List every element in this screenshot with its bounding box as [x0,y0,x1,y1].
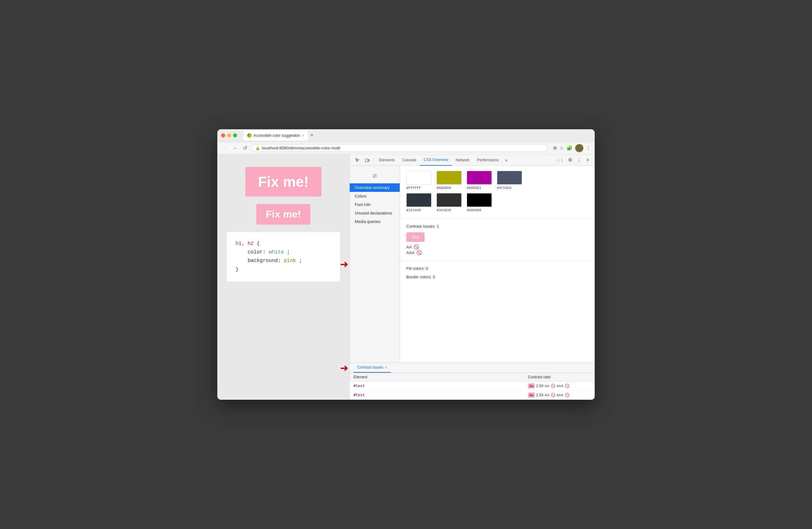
aaa-label: AAA [406,251,415,255]
aa-label: AA [406,245,412,249]
element-name-1: #text [353,384,528,388]
aaa-text-2: AAA [557,393,564,397]
sidebar-item-colors[interactable]: Colors [350,192,400,200]
fill-colors-title: Fill colors: 0 [406,266,589,271]
tab-close-button[interactable]: × [302,134,304,138]
warning-icon: ⚠ [556,158,560,162]
devtools-header: Elements Console CSS Overview Network Pe… [350,154,595,166]
color-swatch-ffffff: #FFFFFF [406,171,432,190]
swatch-2e3440[interactable] [406,193,432,207]
ratio-value-1: 1.54 [536,384,543,388]
aaa-no-icon-2: 🚫 [565,393,569,397]
minimize-traffic-light[interactable] [227,133,231,138]
browser-tab[interactable]: Accessible color suggestion × [243,130,308,141]
color-label-000000: #000000 [467,208,481,212]
webpage-area: Fix me! Fix me! h1, h2 { color: white ; … [217,154,349,400]
bottom-panel: Contrast issues × Element Contrast ratio… [350,362,595,400]
column-header-element: Element [353,375,528,379]
aa-no-icon-1: 🚫 [551,384,555,388]
bottom-tab-contrast-issues[interactable]: Contrast issues × [353,363,391,373]
contrast-section: Contrast issues: 1 Text AA 🚫 AAA 🚫 [400,219,595,261]
fix-me-box-large: Fix me! [245,167,321,197]
devtools-body: ⊘ Overview summary Colors Font info Unus… [350,166,595,362]
sidebar-item-overview-summary[interactable]: Overview summary [350,183,400,192]
color-label-ad00a1: #AD00A1 [467,186,481,190]
swatch-4c566a[interactable] [497,171,522,185]
color-label-303030: #303030 [436,208,451,212]
refresh-button[interactable]: ↺ [241,145,249,151]
bottom-tabs: Contrast issues × [350,363,595,373]
devtools-settings-button[interactable]: ⚙ [566,156,575,165]
browser-window: Accessible color suggestion × + ← → ↺ 🔒 … [217,129,595,400]
bottom-tab-label: Contrast issues [357,365,383,370]
new-tab-button[interactable]: + [310,132,314,139]
address-input[interactable]: 🔒 localhost:8080/demo/accessible-color-m… [251,144,548,152]
traffic-lights [221,133,237,138]
swatch-ffffff[interactable] [406,171,432,185]
color-swatches-row-2: #2E3440 #303030 #000000 [406,193,589,212]
back-button[interactable]: ← [221,145,229,151]
title-bar: Accessible color suggestion × + [217,129,595,142]
extensions-icon[interactable]: 🧩 [566,145,573,151]
no-entry-icon: ⊘ [370,171,380,181]
inspect-element-button[interactable] [352,155,362,165]
color-swatch-ad00a1: #AD00A1 [467,171,492,190]
border-colors-title: Border colors: 0 [406,274,589,279]
color-swatch-000000: #000000 [467,193,492,212]
aa-text-1: AA [545,384,549,388]
sidebar-item-font-info[interactable]: Font info [350,200,400,209]
tab-performance[interactable]: Performance [473,154,503,166]
maximize-traffic-light[interactable] [233,133,237,138]
color-swatch-4c566a: #4C566A [497,171,522,190]
tab-console[interactable]: Console [398,154,420,166]
tab-bar: Accessible color suggestion × + [243,130,591,141]
fix-me-text-large: Fix me! [258,174,308,190]
table-row-1[interactable]: #text Aa 1.54 AA 🚫 AAA 🚫 [350,382,595,391]
swatch-000000[interactable] [467,193,492,207]
main-content: Fix me! Fix me! h1, h2 { color: white ; … [217,154,595,400]
aaa-row: AAA 🚫 [406,250,589,255]
svg-rect-0 [365,159,368,162]
colors-section: #FFFFFF #ABA800 #AD00A1 [400,166,595,219]
devtools-close-button[interactable]: × [583,156,592,165]
tab-elements[interactable]: Elements [375,154,398,166]
css-sidebar: ⊘ Overview summary Colors Font info Unus… [350,166,400,362]
contrast-issues-title: Contrast issues: 1 [406,224,589,229]
device-toolbar-button[interactable] [362,155,372,165]
zoom-icon[interactable]: ⊕ [553,145,557,151]
column-header-ratio: Contrast ratio [528,375,591,379]
aa-row: AA 🚫 [406,244,589,249]
bottom-tab-close-button[interactable]: × [385,366,387,369]
color-swatch-aba800: #ABA800 [436,171,462,190]
bookmark-icon[interactable]: ☆ [560,145,564,151]
code-block: h1, h2 { color: white ; background: pink… [227,232,340,282]
forward-button[interactable]: → [231,145,239,151]
ratio-value-2: 1.54 [536,393,543,397]
code-line-1: h1, h2 { [235,240,331,248]
code-line-2: color: white ; [235,248,331,257]
header-separator [374,157,374,163]
ratio-cell-1: Aa 1.54 AA 🚫 AAA 🚫 [528,383,591,388]
tab-css-overview[interactable]: CSS Overview [420,154,452,166]
tab-network[interactable]: Network [452,154,473,166]
svg-rect-1 [368,159,369,161]
sidebar-item-media-queries[interactable]: Media queries [350,217,400,226]
close-traffic-light[interactable] [221,133,225,138]
devtools-more-button[interactable]: ⋮ [575,156,583,165]
swatch-ad00a1[interactable] [467,171,492,185]
color-swatch-303030: #303030 [436,193,462,212]
swatch-aba800[interactable] [436,171,462,185]
sidebar-item-unused-declarations[interactable]: Unused declarations [350,209,400,217]
aa-text-2: AA [545,393,549,397]
contrast-table-header: Element Contrast ratio [350,373,595,382]
contrast-preview-box[interactable]: Text [406,232,424,242]
more-tabs-button[interactable]: » [503,158,510,162]
contrast-table: Element Contrast ratio #text Aa 1.54 AA … [350,373,595,400]
css-main-panel: #FFFFFF #ABA800 #AD00A1 [400,166,595,362]
aa-badge-1: Aa [528,383,535,388]
menu-icon[interactable]: ⋮ [586,145,591,151]
profile-avatar[interactable]: 👤 [575,144,583,152]
swatch-303030[interactable] [436,193,462,207]
table-row-2[interactable]: #text Aa 1.54 AA 🚫 AAA 🚫 [350,391,595,400]
warning-count: 1 [561,158,563,162]
